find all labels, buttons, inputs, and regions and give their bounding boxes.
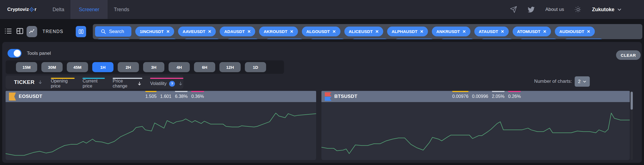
chart-header[interactable]: BTSUSDT 0.00976 0.00996 2.05% 0.26% <box>321 91 630 102</box>
chart-values: 0.00976 0.00996 2.05% 0.26% <box>452 91 521 102</box>
volatility-sort-icon[interactable] <box>178 81 183 86</box>
chip-close-icon[interactable]: ✕ <box>375 29 379 34</box>
columns-layout-button[interactable] <box>76 26 86 37</box>
timeframe-15m[interactable]: 15M <box>16 62 37 72</box>
chart-plot-area[interactable] <box>6 102 316 160</box>
chart-ticker: BTSUSDT <box>325 92 357 101</box>
chip-next-row[interactable] <box>393 39 435 39</box>
app-logo[interactable]: Cryptoviz r <box>7 7 36 12</box>
timeframe-strip: 15M 30M 45M 1H 2H 3H 4H 6H 12H 1D <box>6 60 284 74</box>
nav-tab-delta[interactable]: Delta <box>46 0 70 19</box>
chip-close-icon[interactable]: ✕ <box>332 29 336 34</box>
opening-price-value: 1.505 <box>145 91 157 102</box>
ticker-sort-icon[interactable] <box>37 79 43 85</box>
column-price-change[interactable]: Price change <box>113 76 142 89</box>
column-opening-price[interactable]: Opening price <box>51 76 75 89</box>
charts-count-value: 2 <box>578 79 581 84</box>
grid-view-icon[interactable] <box>16 27 24 36</box>
current-price-value: 0.00996 <box>472 91 488 102</box>
ticker-column-label[interactable]: TICKER <box>14 79 35 85</box>
timeframe-12h[interactable]: 12H <box>219 62 241 72</box>
price-line-chart <box>321 102 630 160</box>
telegram-icon[interactable] <box>510 6 517 13</box>
chip-next-row[interactable] <box>439 39 475 39</box>
search-icon <box>101 29 106 34</box>
ticker-filter-chips: Search 1INCHUSDT✕ AAVEUSDT✕ ADAUSDT✕ AKR… <box>93 24 642 39</box>
timeframe-1h[interactable]: 1H <box>92 62 113 72</box>
volatility-value: 0.26% <box>508 91 521 102</box>
chip-next-row[interactable] <box>264 39 305 39</box>
opening-price-color-line <box>51 78 75 79</box>
chip-close-icon[interactable]: ✕ <box>501 29 504 34</box>
tools-panel-toggle[interactable] <box>8 49 22 58</box>
price-change-value: 6.38% <box>175 91 188 102</box>
chip-alphausdt[interactable]: ALPHAUSDT✕ <box>387 27 428 36</box>
twitter-icon[interactable] <box>527 6 535 13</box>
chip-next-row[interactable] <box>479 39 514 39</box>
charts-scrollbar-thumb[interactable] <box>631 92 633 110</box>
price-change-color-line <box>113 78 142 79</box>
chip-next-row[interactable] <box>136 39 178 39</box>
nav-tab-screener[interactable]: Screener <box>70 0 108 19</box>
view-title: TRENDS <box>42 29 63 34</box>
chip-algousdt[interactable]: ALGOUSDT✕ <box>302 27 340 36</box>
chip-close-icon[interactable]: ✕ <box>543 29 546 34</box>
bts-ribbon-icon <box>325 92 332 101</box>
chip-1inchusdt[interactable]: 1INCHUSDT✕ <box>135 27 174 36</box>
timeframe-2h[interactable]: 2H <box>118 62 139 72</box>
charts-count-select[interactable]: 2 <box>575 76 590 87</box>
chip-close-icon[interactable]: ✕ <box>462 29 466 34</box>
chip-atomusdt[interactable]: ATOMUSDT✕ <box>513 27 551 36</box>
chip-next-row[interactable] <box>309 39 346 39</box>
opening-tick <box>452 91 468 92</box>
volatility-value: 0.36% <box>191 91 204 102</box>
timeframe-45m[interactable]: 45M <box>67 62 88 72</box>
chip-next-row[interactable] <box>518 39 559 39</box>
search-button[interactable]: Search <box>95 26 131 37</box>
trend-view-button[interactable] <box>27 26 37 37</box>
chip-aliceusdt[interactable]: ALICEUSDT✕ <box>344 27 383 36</box>
chip-avaxusdt[interactable]: AVAXUSDT✕ <box>95 39 132 39</box>
chip-next-row[interactable] <box>350 39 389 39</box>
chip-close-icon[interactable]: ✕ <box>290 29 293 34</box>
chip-next-row[interactable] <box>225 39 260 39</box>
user-menu[interactable]: Zukutoke <box>592 7 622 13</box>
chip-next-row[interactable] <box>182 39 221 39</box>
price-line-chart <box>6 102 316 160</box>
chip-close-icon[interactable]: ✕ <box>166 29 170 34</box>
timeframe-1d[interactable]: 1D <box>245 62 266 72</box>
chip-next-row[interactable] <box>563 39 605 39</box>
chart-plot-area[interactable] <box>321 102 630 160</box>
chip-close-icon[interactable]: ✕ <box>208 29 212 34</box>
chart-ticker: EOSUSDT <box>9 93 42 101</box>
column-volatility[interactable]: Volatility ? <box>150 76 183 89</box>
list-view-icon[interactable] <box>4 27 12 36</box>
about-us-link[interactable]: About us <box>545 7 564 12</box>
chip-aaveusdt[interactable]: AAVEUSDT✕ <box>178 27 216 36</box>
column-current-price[interactable]: Current price <box>82 76 105 89</box>
chip-adausdt[interactable]: ADAUSDT✕ <box>220 27 255 36</box>
chip-close-icon[interactable]: ✕ <box>247 29 251 34</box>
price-change-sort-icon[interactable] <box>137 81 142 86</box>
app-root: Cryptoviz r Delta Screener Trends About … <box>0 0 644 165</box>
timeframe-30m[interactable]: 30M <box>41 62 63 72</box>
volatility-help-icon[interactable]: ? <box>169 81 175 87</box>
nav-tab-trends[interactable]: Trends <box>108 0 135 19</box>
charts-scrollbar[interactable] <box>631 91 633 160</box>
chevron-down-icon <box>583 80 586 83</box>
chart-header[interactable]: EOSUSDT 1.505 1.601 6.38% 0.36% <box>6 91 316 102</box>
chip-audiousdt[interactable]: AUDIOUSDT✕ <box>555 27 595 36</box>
clear-filters-button[interactable]: CLEAR <box>616 50 641 60</box>
chip-close-icon[interactable]: ✕ <box>587 29 590 34</box>
chip-atausdt[interactable]: ATAUSDT✕ <box>474 27 509 36</box>
theme-sun-icon[interactable] <box>574 6 582 13</box>
change-tick <box>492 91 505 92</box>
chip-close-icon[interactable]: ✕ <box>420 29 423 34</box>
chevron-down-icon <box>617 7 622 12</box>
timeframe-3h[interactable]: 3H <box>143 62 164 72</box>
chip-ankrusdt[interactable]: ANKRUSDT✕ <box>432 27 470 36</box>
timeframe-4h[interactable]: 4H <box>169 62 190 72</box>
timeframe-6h[interactable]: 6H <box>194 62 215 72</box>
navbar-right: About us Zukutoke <box>510 6 644 13</box>
chip-akrousdt[interactable]: AKROUSDT✕ <box>259 27 298 36</box>
